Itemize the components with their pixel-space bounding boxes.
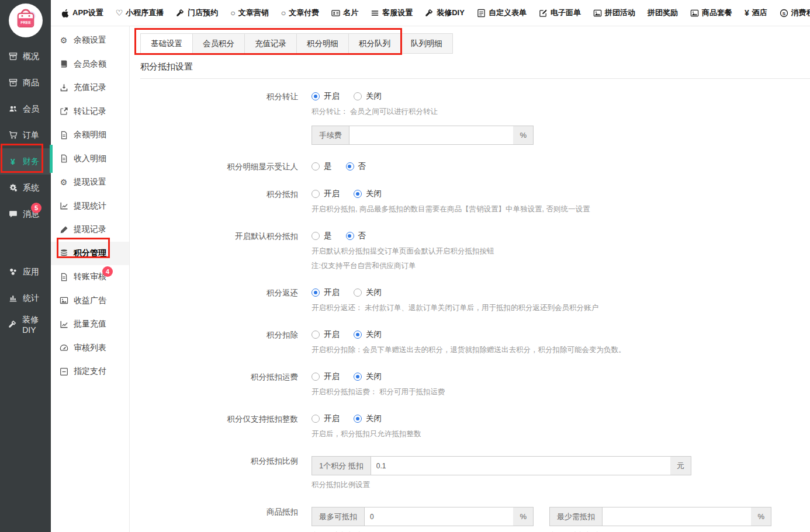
submenu-item-7[interactable]: 提现统计: [51, 194, 129, 218]
radio-option[interactable]: 开启: [311, 329, 340, 340]
input-field[interactable]: [603, 507, 752, 526]
sidebar-item-6[interactable]: 消息 5: [0, 201, 51, 227]
submenu-item-8[interactable]: 提现记录: [51, 218, 129, 242]
radio-option[interactable]: 开启: [311, 413, 340, 424]
submenu-item-label: 提现统计: [74, 201, 106, 211]
topbar-item-6[interactable]: 客服设置: [371, 8, 413, 18]
tab-4[interactable]: 积分队列: [348, 33, 401, 54]
topbar-item-9[interactable]: 电子面单: [539, 8, 581, 18]
radio-checked-icon[interactable]: [354, 190, 362, 198]
radio-option[interactable]: 关闭: [354, 91, 382, 102]
radio-unchecked-icon[interactable]: [311, 415, 320, 423]
gears-icon: [8, 183, 18, 192]
input-group: 1个积分 抵扣 元: [311, 456, 691, 475]
submenu-item-11[interactable]: 收益广告: [51, 289, 129, 313]
box-icon: [8, 52, 18, 61]
app-logo[interactable]: FREE: [9, 4, 43, 37]
form-row-7: 积分仅支持抵扣整数 开启 关闭 开启后，积分抵扣只允许抵扣整数: [140, 413, 810, 439]
topbar-item-label: 文章付费: [289, 8, 319, 18]
radio-option[interactable]: 否: [346, 231, 366, 241]
submenu-item-4[interactable]: 余额明细: [51, 123, 129, 147]
radio-checked-icon[interactable]: [354, 415, 362, 423]
tab-1[interactable]: 会员积分: [192, 33, 245, 54]
radio-option[interactable]: 是: [311, 231, 332, 241]
topbar-item-0[interactable]: APP设置: [61, 8, 103, 18]
radio-checked-icon[interactable]: [346, 232, 354, 240]
submenu-item-0[interactable]: ⚙ 余额设置: [51, 29, 129, 53]
submenu-item-9[interactable]: 积分管理: [51, 242, 129, 266]
sidebar-item-2[interactable]: 会员: [0, 96, 51, 122]
radio-unchecked-icon[interactable]: [311, 190, 320, 198]
tab-5[interactable]: 队列明细: [400, 33, 453, 54]
image-icon: [593, 9, 602, 18]
form-row-desc: 开启积分抵扣运费： 积分可用于抵扣运费: [311, 387, 810, 397]
radio-unchecked-icon[interactable]: [311, 162, 320, 171]
tab-0[interactable]: 基础设置: [140, 33, 193, 54]
topbar-item-3[interactable]: ○ 文章营销: [230, 8, 268, 18]
radio-option[interactable]: 是: [311, 161, 332, 172]
submenu-item-label: 批量充值: [74, 319, 106, 329]
radio-unchecked-icon[interactable]: [311, 373, 320, 381]
topbar-item-1[interactable]: ♡ 小程序直播: [116, 8, 164, 18]
sidebar-item-0[interactable]: 概况: [0, 43, 51, 69]
submenu-item-5[interactable]: 收入明细: [51, 147, 129, 171]
shopping-bag-logo-icon: FREE: [13, 8, 39, 33]
sidebar-item-5[interactable]: 系统: [0, 175, 51, 201]
radio-option-label: 开启: [324, 91, 340, 102]
radio-option[interactable]: 关闭: [354, 329, 382, 340]
radio-option[interactable]: 开启: [311, 189, 340, 199]
topbar-item-2[interactable]: 门店预约: [176, 8, 218, 18]
radio-option[interactable]: 关闭: [354, 413, 382, 424]
topbar-item-14[interactable]: S 消费积分: [780, 8, 810, 18]
primary-sidebar: FREE 概况 商品 会员 订单 ¥ 财务 系统 消息 5: [0, 0, 51, 532]
radio-option[interactable]: 开启: [311, 371, 340, 382]
radio-option[interactable]: 关闭: [354, 287, 382, 298]
topbar-item-5[interactable]: 名片: [331, 8, 358, 18]
submenu-item-2[interactable]: 充值记录: [51, 76, 129, 100]
sidebar-item-9[interactable]: 装修DIY: [0, 311, 51, 338]
radio-unchecked-icon[interactable]: [311, 232, 320, 240]
radio-option[interactable]: 关闭: [354, 189, 382, 199]
submenu-item-12[interactable]: 批量充值: [51, 312, 129, 336]
radio-checked-icon[interactable]: [354, 331, 362, 339]
input-field[interactable]: [371, 456, 671, 475]
topbar-item-12[interactable]: 商品套餐: [690, 8, 732, 18]
radio-checked-icon[interactable]: [311, 288, 320, 297]
sidebar-item-7[interactable]: 应用: [0, 259, 51, 285]
submenu-item-1[interactable]: 会员余额: [51, 53, 129, 77]
radio-option[interactable]: 开启: [311, 91, 340, 102]
topbar-item-4[interactable]: ○ 文章付费: [281, 8, 319, 18]
submenu-item-6[interactable]: ⚙ 提现设置: [51, 171, 129, 194]
submenu-item-10[interactable]: 转账审核 4: [51, 265, 129, 289]
radio-option[interactable]: 关闭: [354, 371, 382, 382]
submenu-item-3[interactable]: 转让记录: [51, 100, 129, 124]
tab-2[interactable]: 充值记录: [244, 33, 297, 54]
radio-checked-icon[interactable]: [346, 162, 354, 171]
menu-icon: [371, 9, 379, 18]
topbar-item-10[interactable]: 拼团活动: [593, 8, 635, 18]
tab-label: 积分明细: [307, 39, 338, 48]
radio-unchecked-icon[interactable]: [354, 92, 362, 100]
sidebar-item-4[interactable]: ¥ 财务: [0, 148, 51, 175]
radio-unchecked-icon[interactable]: [354, 288, 362, 297]
input-field[interactable]: [349, 126, 514, 145]
sidebar-item-8[interactable]: 统计: [0, 285, 51, 311]
tab-3[interactable]: 积分明细: [296, 33, 349, 54]
topbar-item-8[interactable]: 自定义表单: [477, 8, 527, 18]
topbar-item-13[interactable]: ¥ 酒店: [745, 8, 767, 18]
topbar-item-11[interactable]: 拼团奖励: [648, 8, 678, 18]
submenu-item-14[interactable]: 指定支付: [51, 360, 129, 384]
topbar-item-7[interactable]: 装修DIY: [425, 8, 465, 18]
sidebar-item-3[interactable]: 订单: [0, 122, 51, 148]
sidebar-item-1[interactable]: 商品: [0, 69, 51, 96]
radio-unchecked-icon[interactable]: [311, 331, 320, 339]
input-group: 最少需抵扣 %: [549, 507, 771, 526]
submenu-item-13[interactable]: 审核列表: [51, 336, 129, 360]
input-field[interactable]: [365, 507, 514, 526]
radio-checked-icon[interactable]: [311, 92, 320, 100]
topbar-item-label: 酒店: [752, 8, 767, 18]
radio-checked-icon[interactable]: [354, 373, 362, 381]
radio-option[interactable]: 否: [346, 161, 366, 172]
submenu-item-label: 余额明细: [74, 130, 106, 140]
radio-option[interactable]: 开启: [311, 287, 340, 298]
